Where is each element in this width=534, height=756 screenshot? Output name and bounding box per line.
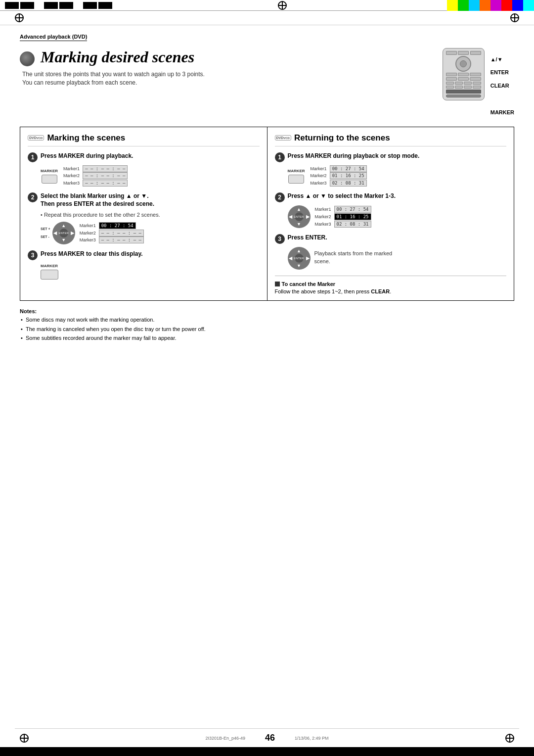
remote-body — [443, 48, 485, 100]
ctrl-center: ENTER — [59, 229, 68, 237]
reg-row — [0, 11, 534, 25]
color-green — [458, 0, 469, 11]
step-3-body: MARKER — [41, 263, 260, 280]
ctrl-pad-outer: ▲ ▼ ◀ ▶ ENTER — [52, 222, 75, 244]
set-labels: SET + SET - — [41, 227, 50, 239]
ret-marker-btn-1 — [288, 175, 304, 184]
ret-marker-display-1: MARKER Marker100 : 27 : 54 Marker201 : 1… — [288, 165, 507, 187]
ret-step-num-2: 2 — [275, 192, 285, 202]
page-title: Marking desired scenes — [20, 48, 433, 66]
ret-step-2-body: ▲ ▼ ◀ ▶ ENTER Marker100 : 27 : 54 Marker… — [288, 205, 507, 228]
ret-ctrl-circle: ▲ ▼ ◀ ▶ ENTER — [288, 205, 311, 228]
ret-step-1-body: MARKER Marker100 : 27 : 54 Marker201 : 1… — [288, 165, 507, 187]
bottom-area: 2I3201B-En_p46-49 46 1/13/06, 2:49 PM — [0, 728, 534, 756]
returning-title: DVD VCD Returning to the scenes — [275, 133, 507, 146]
main-sections: DVD VCD Marking the scenes 1 Press MARKE… — [20, 127, 514, 301]
footer: 2I3201B-En_p46-49 46 1/13/06, 2:49 PM — [0, 729, 534, 747]
title-left: Marking desired scenes The unit stores t… — [20, 48, 433, 87]
step-2-body: • Repeat this procedure to set the other… — [41, 211, 260, 244]
ret-ctrl-center: ENTER — [295, 212, 304, 221]
returning-step-1: 1 Press MARKER during playback or stop m… — [275, 152, 507, 187]
returning-step-3: 3 Press ENTER. ▲ ▼ ◀ ▶ ENTER — [275, 234, 507, 270]
ret-step-3-body: ▲ ▼ ◀ ▶ ENTER Playback starts from the m… — [288, 247, 507, 270]
reg-mark-bottom-left — [20, 734, 29, 743]
ret-step-num-3: 3 — [275, 234, 285, 244]
color-orange — [480, 0, 490, 11]
ret-marker-btn-area-1: MARKER — [288, 168, 305, 184]
color-test-strip — [447, 0, 534, 11]
ret-enter-area: ▲ ▼ ◀ ▶ ENTER Playback starts from the m… — [288, 247, 507, 270]
black-block-1 — [5, 2, 19, 9]
marking-step-1: 1 Press MARKER during playback. MARKER M… — [28, 152, 260, 187]
center-reg — [117, 1, 447, 10]
cancel-text: Follow the above steps 1~2, then press C… — [275, 288, 507, 294]
returning-step-2: 2 Press ▲ or ▼ to select the Marker 1-3.… — [275, 192, 507, 228]
ret-marker-table-2: Marker100 : 27 : 54 Marker201 : 16 : 25 … — [313, 206, 373, 228]
ret-ctrl-up: ▲ — [297, 206, 301, 213]
square-bullet — [275, 282, 280, 286]
ctrl-right: ▶ — [71, 230, 74, 236]
note-3: Some subtitles recorded around the marke… — [20, 334, 514, 342]
title-icon — [20, 51, 35, 66]
title-area: Marking desired scenes The unit stores t… — [20, 48, 514, 119]
cancel-divider — [275, 276, 507, 276]
ret-enter-btn: ENTER — [295, 254, 304, 263]
footer-right: 1/13/06, 2:49 PM — [295, 736, 329, 741]
marking-section: DVD VCD Marking the scenes 1 Press MARKE… — [20, 127, 267, 301]
page-number: 46 — [265, 733, 275, 743]
ret-ctrl-pad: ▲ ▼ ◀ ▶ ENTER — [288, 205, 311, 228]
color-cyan2 — [523, 0, 534, 11]
color-cyan — [469, 0, 480, 11]
ret-enter-pad: ▲ ▼ ◀ ▶ ENTER — [288, 247, 311, 270]
cancel-section: To cancel the Marker Follow the above st… — [275, 281, 507, 294]
ctrl-and-marker: SET + SET - ▲ ▼ ◀ ▶ ENTER — [41, 222, 260, 244]
footer-left: 2I3201B-En_p46-49 — [205, 736, 245, 741]
dvd-vcd-badge-right: DVD VCD — [275, 135, 291, 141]
bottom-color-strip — [0, 747, 534, 756]
returning-section: DVD VCD Returning to the scenes 1 Press … — [267, 127, 514, 301]
reg-mark-bottom-right — [505, 734, 514, 743]
ctrl-left: ◀ — [53, 230, 57, 236]
reg-mark-right — [510, 13, 519, 22]
dvd-vcd-badge-left: DVD VCD — [28, 135, 44, 141]
top-strip — [0, 0, 534, 11]
color-yellow — [447, 0, 458, 11]
black-block-3 — [44, 2, 58, 9]
ret-step-num-1: 1 — [275, 152, 285, 162]
note-2: The marking is canceled when you open th… — [20, 326, 514, 333]
black-block-5 — [83, 2, 97, 9]
marker-btn-1 — [42, 175, 57, 184]
black-block-4 — [59, 2, 73, 9]
remote-labels: ▲/▼ ENTER CLEAR MARKER — [490, 53, 514, 119]
ret-marker-table-1: Marker100 : 27 : 54 Marker201 : 16 : 25 … — [309, 165, 368, 187]
ret-step-3-note: Playback starts from the marked scene. — [314, 250, 393, 265]
ret-ctrl-left: ◀ — [289, 214, 292, 220]
section-header: Advanced playback (DVD) — [20, 34, 87, 41]
reg-mark-top — [278, 1, 287, 10]
color-blue — [512, 0, 523, 11]
step-number-1: 1 — [28, 152, 38, 162]
marker-button-area-3: MARKER — [41, 263, 260, 280]
cancel-title: To cancel the Marker — [275, 281, 507, 287]
marker-button-area-1: MARKER — [41, 168, 58, 184]
marking-step-2: 2 Select the blank Marker using ▲ or ▼. … — [28, 192, 260, 244]
marking-title: DVD VCD Marking the scenes — [28, 133, 260, 146]
bottom-black — [0, 747, 534, 756]
ret-ctrl-right: ▶ — [306, 214, 310, 220]
subtitle: The unit stores the points that you want… — [22, 70, 433, 87]
marker-table-1: Marker1— — : — — : — — Marker2— — : — — … — [62, 165, 129, 187]
ctrl-down: ▼ — [61, 237, 66, 243]
marking-step-3: 3 Press MARKER to clear this display. MA… — [28, 250, 260, 280]
footer-text-area: 2I3201B-En_p46-49 46 1/13/06, 2:49 PM — [205, 733, 328, 743]
black-block-2 — [20, 2, 34, 9]
ctrl-circle: ▲ ▼ ◀ ▶ ENTER — [52, 222, 75, 244]
page-content: Advanced playback (DVD) Marking desired … — [0, 25, 534, 354]
gap-block-2 — [75, 2, 82, 9]
ret-enter-circle: ▲ ▼ ◀ ▶ ENTER — [288, 247, 311, 270]
notes-section: Notes: Some discs may not work with the … — [20, 308, 514, 342]
step-number-3: 3 — [28, 250, 38, 260]
notes-title: Notes: — [20, 308, 514, 314]
remote-area: ▲/▼ ENTER CLEAR MARKER — [443, 48, 514, 119]
black-block-6 — [98, 2, 112, 9]
ret-ctrl-and-marker: ▲ ▼ ◀ ▶ ENTER Marker100 : 27 : 54 Marker… — [288, 205, 507, 228]
